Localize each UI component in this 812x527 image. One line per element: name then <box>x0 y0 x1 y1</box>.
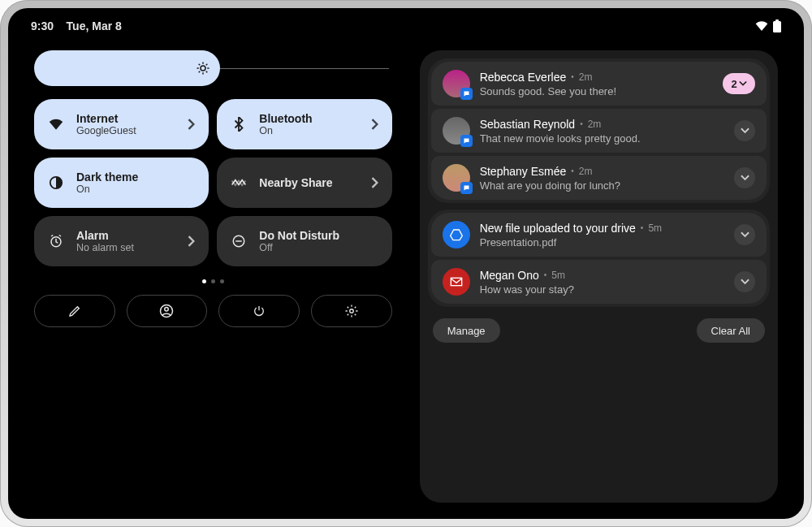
tile-title: Internet <box>76 112 176 125</box>
chevron-right-icon <box>371 119 379 130</box>
avatar <box>443 117 470 145</box>
brightness-slider[interactable] <box>34 50 392 86</box>
tile-title: Dark theme <box>76 171 196 184</box>
notification-message: Presentation.pdf <box>480 236 724 248</box>
svg-line-8 <box>206 71 208 73</box>
notification-item[interactable]: Stephany Esmée • 2m What are you doing f… <box>431 156 767 200</box>
tile-alarm[interactable]: Alarm No alarm set <box>34 216 209 266</box>
svg-point-16 <box>165 308 169 312</box>
notification-time: 2m <box>588 119 602 130</box>
power-button[interactable] <box>218 295 300 327</box>
tile-dark-theme[interactable]: Dark theme On <box>34 158 209 208</box>
status-date: Tue, Mar 8 <box>67 19 122 32</box>
notification-sender: New file uploaded to your drive <box>480 222 636 235</box>
tile-bluetooth[interactable]: Bluetooth On <box>217 99 391 149</box>
tile-title: Bluetooth <box>259 112 359 125</box>
notification-group-messages: Rebecca Everlee • 2m Sounds good. See yo… <box>428 58 770 203</box>
nearby-share-icon <box>230 177 248 188</box>
tile-do-not-disturb[interactable]: Do Not Disturb Off <box>217 216 391 266</box>
gmail-icon <box>443 268 470 296</box>
tile-subtitle: GoogleGuest <box>76 125 176 136</box>
tile-internet[interactable]: Internet GoogleGuest <box>34 99 209 149</box>
notification-message: What are you doing for lunch? <box>480 179 724 192</box>
notification-message: How was your stay? <box>480 283 724 296</box>
avatar <box>443 164 470 192</box>
svg-point-17 <box>350 309 354 313</box>
alarm-icon <box>47 234 65 248</box>
tile-subtitle: On <box>76 184 196 195</box>
screen: 9:30 Tue, Mar 8 <box>8 8 804 519</box>
battery-icon <box>773 19 781 32</box>
notification-item[interactable]: Megan Ono • 5m How was your stay? <box>431 260 767 304</box>
quick-settings-panel: Internet GoogleGuest Bluetooth <box>34 50 392 503</box>
svg-point-2 <box>201 66 205 71</box>
app-badge-messages-icon <box>460 182 473 194</box>
notification-group-other: New file uploaded to your drive • 5m Pre… <box>428 210 770 307</box>
tile-title: Nearby Share <box>259 176 359 189</box>
app-badge-messages-icon <box>460 135 473 147</box>
notification-item[interactable]: Rebecca Everlee • 2m Sounds good. See yo… <box>431 62 767 106</box>
clear-all-button[interactable]: Clear All <box>697 318 765 343</box>
chevron-right-icon <box>188 119 196 130</box>
expand-button[interactable] <box>734 271 755 292</box>
wifi-icon <box>47 119 65 130</box>
status-time: 9:30 <box>31 19 54 32</box>
drive-icon <box>443 221 470 248</box>
notification-item[interactable]: Sebastian Reynold • 2m That new movie lo… <box>431 109 767 153</box>
tile-nearby-share[interactable]: Nearby Share <box>217 158 391 208</box>
svg-rect-0 <box>773 21 781 32</box>
chevron-right-icon <box>188 235 196 247</box>
tablet-frame: 9:30 Tue, Mar 8 <box>0 0 812 527</box>
svg-line-10 <box>206 64 208 66</box>
notification-time: 2m <box>579 71 593 83</box>
wifi-icon <box>755 21 768 31</box>
manage-button[interactable]: Manage <box>433 318 500 343</box>
notification-time: 2m <box>579 166 593 177</box>
app-badge-messages-icon <box>460 88 473 100</box>
status-time-date: 9:30 Tue, Mar 8 <box>31 19 122 32</box>
brightness-icon <box>196 61 210 76</box>
bluetooth-icon <box>230 117 248 132</box>
expand-button[interactable] <box>734 224 755 245</box>
notification-message: That new movie looks pretty good. <box>480 132 724 145</box>
notification-sender: Stephany Esmée <box>480 165 567 178</box>
notification-sender: Rebecca Everlee <box>480 71 567 84</box>
notification-message: Sounds good. See you there! <box>480 85 713 97</box>
svg-rect-18 <box>451 278 461 285</box>
notification-sender: Sebastian Reynold <box>480 118 576 131</box>
tile-subtitle: No alarm set <box>76 242 176 253</box>
notification-item[interactable]: New file uploaded to your drive • 5m Pre… <box>431 213 767 257</box>
svg-line-7 <box>199 64 201 66</box>
chevron-right-icon <box>371 177 379 188</box>
svg-rect-1 <box>775 19 779 22</box>
edit-button[interactable] <box>34 295 115 327</box>
status-bar: 9:30 Tue, Mar 8 <box>31 19 781 32</box>
tile-subtitle: On <box>259 125 359 136</box>
page-indicator <box>34 279 392 283</box>
settings-button[interactable] <box>311 295 392 327</box>
do-not-disturb-icon <box>230 234 248 248</box>
notification-sender: Megan Ono <box>480 269 539 282</box>
svg-line-9 <box>199 71 201 73</box>
user-button[interactable] <box>127 295 208 327</box>
avatar <box>443 70 470 97</box>
expand-button[interactable] <box>734 167 755 188</box>
tile-subtitle: Off <box>259 242 378 253</box>
notification-panel: Rebecca Everlee • 2m Sounds good. See yo… <box>420 50 778 503</box>
group-count-badge[interactable]: 2 <box>723 73 755 94</box>
notification-time: 5m <box>551 270 565 281</box>
tile-title: Alarm <box>76 229 176 242</box>
tile-title: Do Not Disturb <box>259 229 378 242</box>
notification-time: 5m <box>648 222 662 234</box>
dark-theme-icon <box>47 175 65 190</box>
expand-button[interactable] <box>734 120 755 141</box>
